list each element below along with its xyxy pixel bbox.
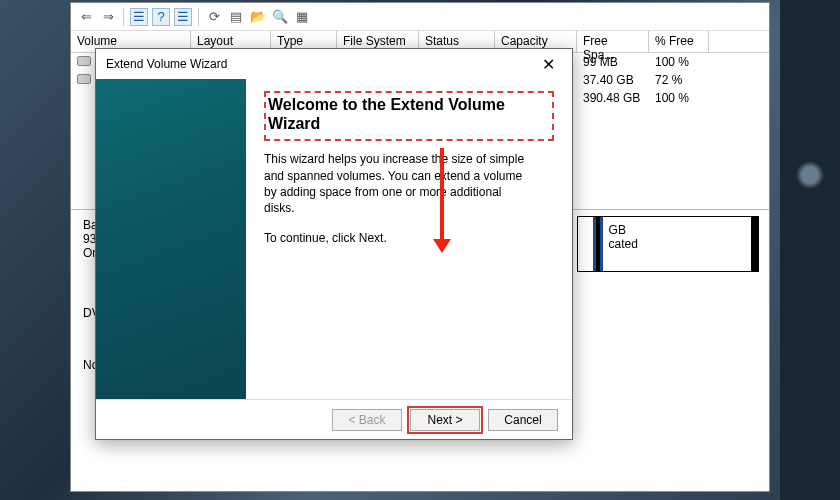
toolbar-separator <box>198 8 199 26</box>
wizard-title-text: Extend Volume Wizard <box>106 57 227 71</box>
help-icon[interactable]: ? <box>152 8 170 26</box>
volume-icon <box>77 74 91 84</box>
cell-free: 390.48 GB <box>577 90 649 106</box>
col-pfree[interactable]: % Free <box>649 31 709 52</box>
settings-icon[interactable]: ▦ <box>293 8 311 26</box>
seg-size: GB <box>609 223 745 237</box>
row-icon[interactable]: ☰ <box>130 8 148 26</box>
seg-state: cated <box>609 237 745 251</box>
cell-pfree: 100 % <box>649 90 709 106</box>
back-icon[interactable]: ⇐ <box>77 8 95 26</box>
cell-pfree: 100 % <box>649 54 709 70</box>
toolbar-separator <box>123 8 124 26</box>
annotation-arrow <box>440 148 444 248</box>
refresh-icon[interactable]: ⟳ <box>205 8 223 26</box>
volume-icon <box>77 56 91 66</box>
toolbar: ⇐ ⇒ ☰ ? ☰ ⟳ ▤ 📂 🔍 ▦ <box>71 3 769 31</box>
forward-icon[interactable]: ⇒ <box>99 8 117 26</box>
wizard-heading: Welcome to the Extend Volume Wizard <box>264 91 554 141</box>
back-button: < Back <box>332 409 402 431</box>
wizard-content: Welcome to the Extend Volume Wizard This… <box>246 79 572 399</box>
close-icon[interactable]: ✕ <box>534 53 562 75</box>
wizard-description: This wizard helps you increase the size … <box>264 151 534 216</box>
cancel-button[interactable]: Cancel <box>488 409 558 431</box>
wizard-sidebar-image <box>96 79 246 399</box>
wizard-footer: < Back Next > Cancel <box>96 399 572 439</box>
cell-free: 99 MB <box>577 54 649 70</box>
extend-volume-wizard: Extend Volume Wizard ✕ Welcome to the Ex… <box>95 48 573 440</box>
wizard-titlebar: Extend Volume Wizard ✕ <box>96 49 572 79</box>
cell-pfree: 72 % <box>649 72 709 88</box>
row2-icon[interactable]: ☰ <box>174 8 192 26</box>
find-icon[interactable]: 🔍 <box>271 8 289 26</box>
disk-bar[interactable]: GB cated <box>577 216 759 272</box>
col-free[interactable]: Free Spa... <box>577 31 649 52</box>
properties-icon[interactable]: ▤ <box>227 8 245 26</box>
next-button[interactable]: Next > <box>410 409 480 431</box>
open-folder-icon[interactable]: 📂 <box>249 8 267 26</box>
wizard-continue-text: To continue, click Next. <box>264 230 534 246</box>
cell-free: 37.40 GB <box>577 72 649 88</box>
